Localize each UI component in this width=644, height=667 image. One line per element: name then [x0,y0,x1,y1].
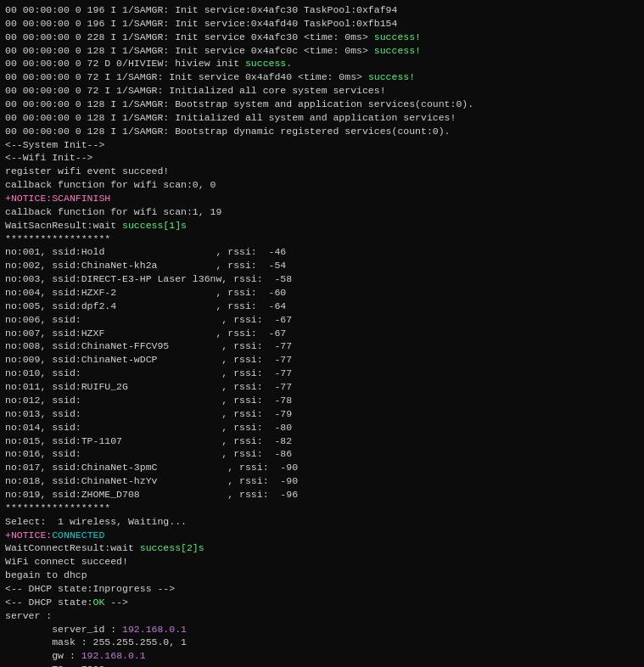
terminal-line: no:012, ssid: , rssi: -78 [5,394,639,407]
terminal-line: callback function for wifi scan:0, 0 [5,178,639,192]
terminal-line: Select: 1 wireless, Waiting... [5,515,639,529]
terminal-line: <-- DHCP state:Inprogress --> [5,582,639,596]
terminal-line: WiFi connect succeed! [5,555,639,569]
terminal-line: no:003, ssid:DIRECT-E3-HP Laser l36nw, r… [5,272,639,286]
terminal-line: 00 00:00:00 0 128 I 1/SAMGR: Bootstrap d… [5,125,639,138]
terminal-line: no:016, ssid: , rssi: -86 [5,447,639,461]
terminal-line: no:005, ssid:dpf2.4 , rssi: -64 [5,300,639,313]
terminal-line: <--Wifi Init--> [5,151,639,165]
terminal-line: no:017, ssid:ChinaNet-3pmC , rssi: -90 [5,461,639,474]
terminal-line: no:001, ssid:Hold , rssi: -46 [5,245,639,259]
terminal-line: no:009, ssid:ChinaNet-wDCP , rssi: -77 [5,353,639,367]
terminal: 00 00:00:00 0 196 I 1/SAMGR: Init servic… [0,0,644,667]
terminal-line: 00 00:00:00 0 72 I 1/SAMGR: Initialized … [5,84,639,98]
terminal-line: no:013, ssid: , rssi: -79 [5,407,639,421]
terminal-line: begain to dhcp [5,569,639,582]
terminal-line: no:015, ssid:TP-1107 , rssi: -82 [5,434,639,448]
terminal-line: mask : 255.255.255.0, 1 [5,636,639,649]
terminal-line: register wifi event succeed! [5,165,639,178]
terminal-line: 00 00:00:00 0 196 I 1/SAMGR: Init servic… [5,17,639,31]
terminal-line: no:008, ssid:ChinaNet-FFCV95 , rssi: -77 [5,339,639,353]
terminal-line: gw : 192.168.0.1 [5,649,639,663]
terminal-line: WaitConnectResult:wait success[2]s [5,541,639,555]
terminal-line: ****************** [5,233,639,246]
terminal-line: no:018, ssid:ChinaNet-hzYv , rssi: -90 [5,474,639,488]
terminal-line: WaitSacnResult:wait success[1]s [5,219,639,233]
terminal-line: server_id : 192.168.0.1 [5,623,639,636]
terminal-line: 00 00:00:00 0 128 I 1/SAMGR: Initialized… [5,111,639,125]
terminal-line: no:004, ssid:HZXF-2 , rssi: -60 [5,286,639,300]
terminal-line: +NOTICE:SCANFINISH [5,192,639,205]
terminal-line: T0 : 7200 [5,663,639,667]
terminal-line: 00 00:00:00 0 228 I 1/SAMGR: Init servic… [5,31,639,44]
terminal-line: server : [5,609,639,623]
terminal-line: <-- DHCP state:OK --> [5,596,639,609]
terminal-line: +NOTICE:CONNECTED [5,529,639,542]
terminal-line: no:006, ssid: , rssi: -67 [5,313,639,327]
terminal-line: no:011, ssid:RUIFU_2G , rssi: -77 [5,380,639,394]
terminal-line: no:014, ssid: , rssi: -80 [5,421,639,434]
terminal-line: 00 00:00:00 0 72 I 1/SAMGR: Init service… [5,70,639,84]
terminal-line: 00 00:00:00 0 128 I 1/SAMGR: Bootstrap s… [5,98,639,111]
terminal-line: no:010, ssid: , rssi: -77 [5,367,639,380]
terminal-line: ****************** [5,502,639,515]
terminal-line: no:002, ssid:ChinaNet-kh2a , rssi: -54 [5,259,639,272]
terminal-line: <--System Init--> [5,138,639,152]
terminal-line: 00 00:00:00 0 196 I 1/SAMGR: Init servic… [5,3,639,17]
terminal-line: 00 00:00:00 0 128 I 1/SAMGR: Init servic… [5,44,639,58]
terminal-line: no:019, ssid:ZHOME_D708 , rssi: -96 [5,488,639,502]
terminal-line: callback function for wifi scan:1, 19 [5,205,639,219]
terminal-line: 00 00:00:00 0 72 D 0/HIVIEW: hiview init… [5,57,639,70]
terminal-line: no:007, ssid:HZXF , rssi: -67 [5,327,639,340]
